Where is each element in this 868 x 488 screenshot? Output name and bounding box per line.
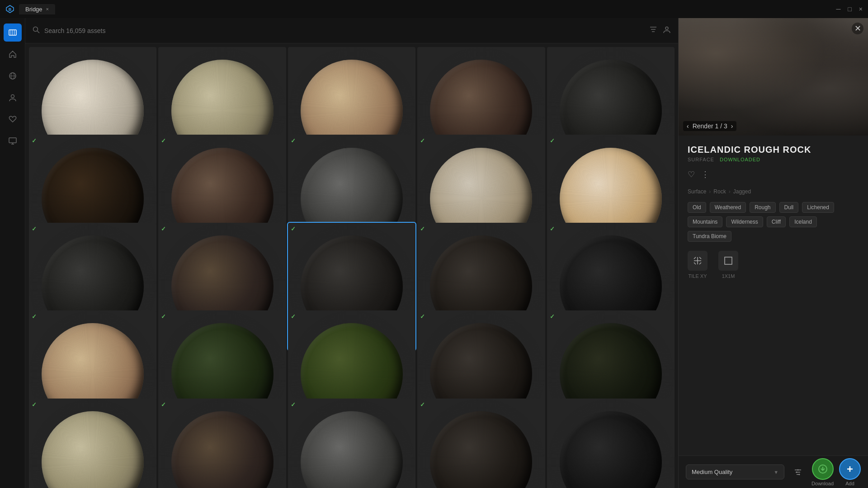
close-button[interactable]: × [859, 5, 863, 13]
svg-rect-21 [725, 257, 732, 264]
user-icon [8, 93, 17, 102]
tag-iceland[interactable]: Iceland [789, 216, 817, 227]
home-icon [8, 50, 17, 59]
add-icon-circle [839, 458, 861, 480]
svg-line-14 [38, 31, 40, 33]
minimize-button[interactable]: ─ [836, 5, 840, 13]
tag-cliff[interactable]: Cliff [767, 216, 786, 227]
sidebar-item-local[interactable] [4, 132, 22, 150]
search-icon [33, 26, 40, 35]
favorite-button[interactable]: ♡ [688, 169, 695, 179]
sidebar-item-favorites[interactable] [4, 110, 22, 128]
breadcrumb-jagged[interactable]: Jagged [733, 188, 751, 195]
tag-old[interactable]: Old [688, 202, 706, 213]
user-icon-search[interactable] [663, 25, 671, 36]
close-tab-button[interactable]: × [46, 6, 49, 12]
detail-image: ✕ ‹ Render 1 / 3 › [679, 18, 868, 136]
more-options-button[interactable]: ⋮ [701, 169, 709, 179]
asset-title: ICELANDIC ROUGH ROCK [688, 145, 859, 155]
render-label: Render 1 / 3 [693, 122, 727, 130]
download-icon-circle [812, 458, 834, 480]
quality-select[interactable]: Medium Quality ▼ [686, 465, 784, 479]
check-badge: ✓ [420, 137, 425, 144]
titlebar-tab[interactable]: Bridge × [19, 4, 55, 14]
check-badge: ✓ [291, 137, 296, 144]
check-badge: ✓ [32, 137, 37, 144]
tag-lichened[interactable]: Lichened [802, 202, 834, 213]
tab-label: Bridge [25, 6, 42, 13]
size-1x1-label: 1x1m [722, 273, 735, 279]
sidebar-item-account[interactable] [4, 89, 22, 107]
asset-type: SURFACE [688, 157, 714, 162]
check-badge: ✓ [420, 225, 425, 232]
add-label: Add [845, 481, 854, 486]
search-bar [25, 18, 678, 43]
titlebar-controls[interactable]: ─ □ × [836, 5, 863, 13]
quality-filter-button[interactable] [790, 464, 806, 480]
tag-weathered[interactable]: Weathered [710, 202, 746, 213]
app-body: ♥ ♥ ♥ ✓ [0, 18, 868, 488]
asset-item[interactable] [547, 399, 675, 488]
filter-icon[interactable] [649, 25, 657, 36]
add-button[interactable]: Add [839, 458, 861, 486]
maximize-button[interactable]: □ [848, 5, 851, 13]
tile-xy-option[interactable]: Tile XY [688, 251, 708, 279]
check-badge: ✓ [32, 225, 37, 232]
content-area: ♥ ♥ ♥ ✓ [25, 18, 868, 488]
svg-point-18 [665, 27, 668, 30]
check-badge: ✓ [550, 313, 555, 320]
heart-icon [8, 115, 17, 124]
titlebar: B Bridge × ─ □ × [0, 0, 868, 18]
render-next-button[interactable]: › [731, 122, 733, 130]
asset-preview-image [679, 18, 868, 136]
download-button[interactable]: Download [811, 458, 834, 486]
asset-item[interactable]: ✓ [417, 399, 545, 488]
svg-point-13 [33, 27, 38, 31]
breadcrumb-surface[interactable]: Surface [688, 188, 706, 195]
close-detail-button[interactable]: ✕ [852, 23, 863, 34]
detail-bottom-bar: Medium Quality ▼ [679, 455, 868, 488]
svg-point-26 [796, 471, 797, 473]
tag-rough[interactable]: Rough [750, 202, 775, 213]
asset-item[interactable]: ✓ [158, 399, 286, 488]
render-prev-button[interactable]: ‹ [687, 122, 689, 130]
detail-panel: ✕ ‹ Render 1 / 3 › ICELANDIC ROUGH ROCK … [678, 18, 868, 488]
detail-type-row: SURFACE DOWNLOADED [688, 157, 859, 162]
quality-chevron-icon: ▼ [774, 469, 778, 475]
quality-selected-label: Medium Quality [692, 469, 732, 475]
sidebar-item-explore[interactable] [4, 67, 22, 85]
check-badge: ✓ [420, 313, 425, 320]
bridge-icon [8, 28, 17, 37]
render-navigator: ‹ Render 1 / 3 › [683, 121, 736, 131]
check-badge: ✓ [291, 313, 296, 320]
asset-panel: ♥ ♥ ♥ ✓ [25, 18, 678, 488]
sidebar-item-home[interactable] [4, 45, 22, 63]
tag-mountains[interactable]: Mountains [688, 216, 722, 227]
svg-text:B: B [9, 7, 12, 12]
check-badge: ✓ [291, 401, 296, 408]
search-input[interactable] [44, 27, 645, 34]
download-label: Download [811, 481, 834, 486]
tag-wilderness[interactable]: Wilderness [726, 216, 763, 227]
check-badge: ✓ [32, 313, 37, 320]
detail-actions-row: ♡ ⋮ [688, 169, 859, 179]
monitor-icon [8, 136, 17, 145]
tags-row: Old Weathered Rough Dull Lichened Mounta… [688, 202, 859, 242]
asset-status: DOWNLOADED [720, 157, 760, 162]
asset-item[interactable]: ✓ [288, 399, 415, 488]
sidebar-item-bridge[interactable] [4, 23, 22, 42]
check-badge: ✓ [161, 137, 166, 144]
breadcrumb-rock[interactable]: Rock [713, 188, 726, 195]
tag-tundra-biome[interactable]: Tundra Biome [688, 231, 731, 242]
breadcrumb: Surface › Rock › Jagged [688, 188, 859, 195]
size-1x1-option[interactable]: 1x1m [718, 251, 738, 279]
tag-dull[interactable]: Dull [779, 202, 799, 213]
search-actions [649, 25, 671, 36]
check-badge: ✓ [550, 225, 555, 232]
check-badge: ✓ [291, 225, 296, 232]
size-1x1-icon [718, 251, 738, 271]
globe-icon [8, 71, 17, 80]
asset-item[interactable]: ✓ [29, 399, 156, 488]
tile-xy-label: Tile XY [689, 273, 707, 279]
check-badge: ✓ [420, 401, 425, 408]
